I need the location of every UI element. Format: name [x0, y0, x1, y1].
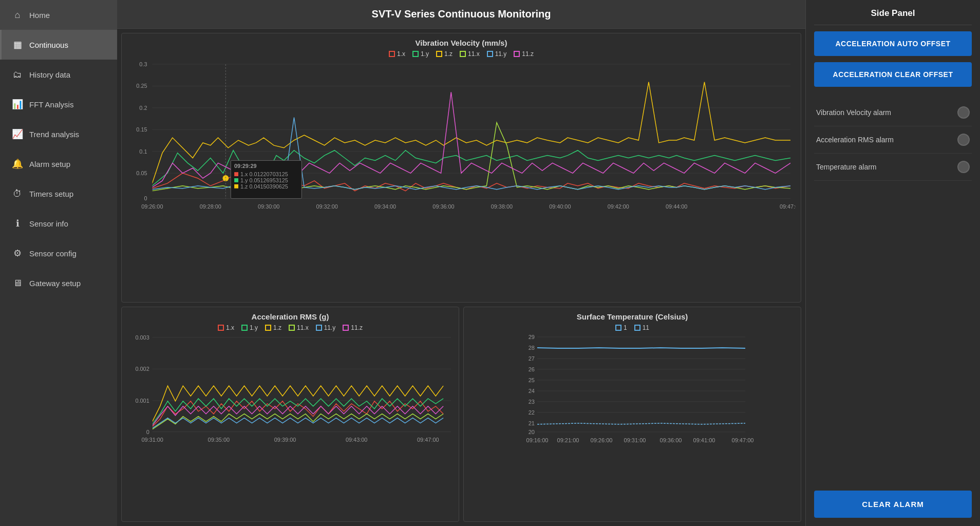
- svg-text:09:47:00: 09:47:00: [780, 203, 796, 210]
- legend-color-1y: [412, 51, 419, 57]
- acceleration-clear-offset-button[interactable]: ACCELERATION CLEAR OFFSET: [814, 62, 972, 87]
- svg-text:09:16:00: 09:16:00: [526, 437, 549, 443]
- legend-1x: 1.x: [389, 50, 405, 58]
- acceleration-auto-offset-button[interactable]: ACCELERATION AUTO OFFSET: [814, 31, 972, 56]
- legend-color-11x: [460, 51, 466, 57]
- sidebar-item-home[interactable]: ⌂ Home: [0, 0, 117, 30]
- legend-11x: 11.x: [460, 50, 480, 58]
- svg-text:20: 20: [529, 429, 535, 435]
- velocity-chart-title: Vibration Velocity (mm/s): [127, 39, 796, 47]
- main-content: SVT-V Series Continuous Monitoring Vibra…: [117, 0, 805, 526]
- sidebar-label-gateway: Gateway setup: [29, 279, 81, 288]
- svg-text:09:32:00: 09:32:00: [316, 203, 338, 210]
- svg-text:0: 0: [144, 195, 147, 201]
- svg-text:09:21:00: 09:21:00: [557, 437, 579, 443]
- acceleration-alarm-row: Acceleration RMS alarm: [814, 126, 972, 154]
- legend-color-11z: [514, 51, 520, 57]
- velocity-alarm-row: Vibration Velocity alarm: [814, 99, 972, 126]
- timers-icon: ⏱: [12, 188, 23, 199]
- svg-text:0.1: 0.1: [139, 148, 147, 155]
- svg-text:09:34:00: 09:34:00: [374, 203, 396, 210]
- sidebar-item-trend[interactable]: 📈 Trend analysis: [0, 119, 117, 149]
- sidebar-label-fft: FFT Analysis: [29, 100, 73, 109]
- svg-text:0: 0: [146, 428, 149, 435]
- svg-text:09:40:00: 09:40:00: [549, 203, 571, 210]
- temperature-chart-legend: 1 11: [469, 324, 796, 331]
- svg-text:27: 27: [529, 355, 535, 362]
- main-header: SVT-V Series Continuous Monitoring: [117, 0, 805, 29]
- svg-text:09:36:00: 09:36:00: [432, 203, 454, 210]
- svg-text:0.3: 0.3: [139, 61, 147, 67]
- svg-rect-32: [234, 184, 238, 189]
- accel-legend-1z: 1.z: [265, 324, 281, 331]
- svg-text:09:31:00: 09:31:00: [624, 437, 646, 443]
- velocity-alarm-toggle[interactable]: [957, 106, 970, 119]
- temperature-chart-panel: Surface Temperature (Celsius) 1 11: [463, 307, 801, 522]
- sensor-config-icon: ⚙: [12, 248, 23, 259]
- temp-legend-11: 11: [634, 324, 649, 331]
- svg-text:0.002: 0.002: [135, 366, 149, 372]
- svg-text:22: 22: [529, 409, 535, 416]
- svg-text:0.25: 0.25: [136, 83, 147, 89]
- alarms-section: Vibration Velocity alarm Acceleration RM…: [814, 99, 972, 181]
- sidebar-label-history: History data: [29, 70, 70, 79]
- temperature-alarm-toggle[interactable]: [957, 161, 970, 173]
- temp-legend-1: 1: [615, 324, 627, 331]
- svg-text:29: 29: [529, 334, 535, 340]
- velocity-alarm-label: Vibration Velocity alarm: [816, 108, 891, 117]
- charts-area: Vibration Velocity (mm/s) 1.x 1.y 1.z 11…: [117, 29, 805, 526]
- svg-text:09:44:00: 09:44:00: [666, 203, 687, 210]
- legend-1y: 1.y: [412, 50, 429, 58]
- svg-text:1.x  0.01220703125: 1.x 0.01220703125: [240, 171, 288, 177]
- spacer: [814, 187, 972, 484]
- svg-text:1.y  0.05126953125: 1.y 0.05126953125: [240, 177, 288, 183]
- svg-text:09:26:00: 09:26:00: [141, 203, 163, 210]
- sidebar-item-gateway[interactable]: 🖥 Gateway setup: [0, 268, 117, 298]
- svg-text:28: 28: [529, 345, 535, 351]
- legend-color-1z: [436, 51, 442, 57]
- sidebar-item-sensor-info[interactable]: ℹ Sensor info: [0, 209, 117, 238]
- sidebar-label-sensor-config: Sensor config: [29, 249, 77, 258]
- sidebar-item-history[interactable]: 🗂 History data: [0, 60, 117, 89]
- acceleration-chart-panel: Acceleration RMS (g) 1.x 1.y 1.z: [121, 307, 459, 522]
- legend-11z: 11.z: [514, 50, 534, 58]
- sidebar-item-continuous[interactable]: ▦ Continuous: [0, 30, 117, 60]
- svg-text:25: 25: [529, 377, 535, 383]
- acceleration-alarm-toggle[interactable]: [957, 134, 970, 146]
- sidebar-label-continuous: Continuous: [29, 41, 68, 49]
- svg-text:21: 21: [529, 420, 535, 426]
- acceleration-chart-title: Acceleration RMS (g): [127, 312, 454, 321]
- accel-legend-11z: 11.z: [343, 324, 363, 331]
- svg-rect-28: [234, 172, 238, 176]
- clear-alarm-button[interactable]: CLEAR ALARM: [814, 491, 972, 518]
- legend-1z: 1.z: [436, 50, 453, 58]
- velocity-chart-legend: 1.x 1.y 1.z 11.x 11.y: [127, 50, 796, 58]
- sidebar-item-sensor-config[interactable]: ⚙ Sensor config: [0, 238, 117, 268]
- sidebar-item-fft[interactable]: 📊 FFT Analysis: [0, 89, 117, 119]
- svg-text:23: 23: [529, 399, 535, 405]
- svg-text:09:30:00: 09:30:00: [258, 203, 279, 210]
- home-icon: ⌂: [12, 9, 23, 21]
- sidebar-item-alarm[interactable]: 🔔 Alarm setup: [0, 149, 117, 179]
- temperature-chart-svg: 29 28 27 26 25 24 23 22 21 20 09:16:00 0…: [469, 334, 796, 453]
- svg-text:09:31:00: 09:31:00: [141, 437, 163, 443]
- legend-11y: 11.y: [487, 50, 507, 58]
- svg-text:0.2: 0.2: [139, 105, 147, 111]
- fft-icon: 📊: [12, 99, 23, 110]
- svg-text:0.001: 0.001: [135, 398, 149, 404]
- svg-text:09:43:00: 09:43:00: [346, 437, 368, 443]
- temperature-alarm-label: Temperature alarm: [816, 163, 877, 171]
- continuous-icon: ▦: [12, 39, 23, 50]
- side-panel: Side Panel ACCELERATION AUTO OFFSET ACCE…: [805, 0, 980, 526]
- svg-rect-49: [537, 337, 745, 432]
- svg-text:09:47:00: 09:47:00: [732, 437, 754, 443]
- svg-text:26: 26: [529, 366, 535, 372]
- sidebar-item-timers[interactable]: ⏱ Timers setup: [0, 179, 117, 209]
- sidebar-label-sensor-info: Sensor info: [29, 219, 68, 228]
- svg-text:09:47:00: 09:47:00: [417, 437, 439, 443]
- legend-color-1x: [389, 51, 395, 57]
- acceleration-chart-svg: 0.003 0.002 0.001 0 09:31:00 09:35:00 09…: [127, 334, 454, 453]
- svg-text:24: 24: [529, 388, 535, 394]
- temperature-alarm-row: Temperature alarm: [814, 154, 972, 181]
- bottom-charts: Acceleration RMS (g) 1.x 1.y 1.z: [121, 307, 801, 522]
